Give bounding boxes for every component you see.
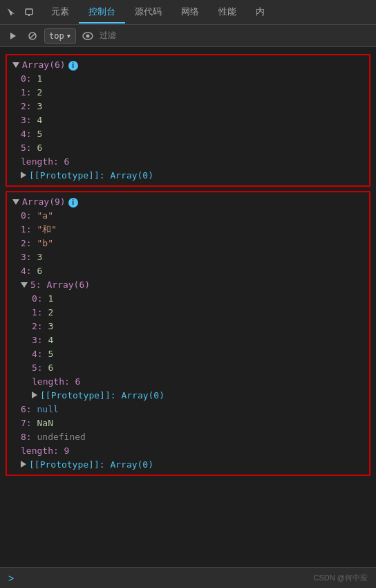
device-icon[interactable]: [24, 6, 36, 19]
array1-item-3[interactable]: 3: 4: [7, 113, 369, 127]
nested-item-5[interactable]: 5: 6: [7, 361, 369, 375]
array2-item-3[interactable]: 3: 3: [7, 250, 369, 264]
filter-label: 过滤: [100, 30, 116, 42]
nested-prototype-arrow[interactable]: [32, 392, 37, 398]
array2-label: Array(9): [22, 196, 66, 208]
svg-rect-0: [26, 9, 32, 15]
console-content: Array(6) i 0: 1 1: 2 2: 3 3: 4 4: 5 5: 6…: [0, 47, 376, 567]
info-badge-2[interactable]: i: [68, 198, 78, 208]
array1-label: Array(6): [22, 59, 66, 71]
tab-sources[interactable]: 源代码: [125, 1, 171, 24]
bottom-bar: > CSDN @何中应: [0, 567, 376, 588]
array1-item-1[interactable]: 1: 2: [7, 86, 369, 100]
array1-item-0[interactable]: 0: 1: [7, 72, 369, 86]
tab-more[interactable]: 内: [246, 1, 274, 24]
tab-elements[interactable]: 元素: [41, 1, 79, 24]
collapse-icon-2[interactable]: [12, 199, 19, 205]
array2-item-7[interactable]: 7: NaN: [7, 416, 369, 430]
console-prompt[interactable]: >: [8, 573, 14, 584]
array2-item-2[interactable]: 2: "b": [7, 237, 369, 250]
nested-prototype[interactable]: [[Prototype]]: Array(0): [7, 389, 369, 403]
array1-item-4[interactable]: 4: 5: [7, 127, 369, 141]
nested-item-2[interactable]: 2: 3: [7, 320, 369, 333]
context-label: top: [49, 31, 64, 41]
cursor-icon[interactable]: [6, 6, 18, 19]
array2-item-8[interactable]: 8: undefined: [7, 430, 369, 444]
eye-button[interactable]: [80, 28, 95, 44]
top-nav: 元素 控制台 源代码 网络 性能 内: [0, 0, 376, 25]
array2-item-0[interactable]: 0: "a": [7, 209, 369, 223]
info-badge-1[interactable]: i: [68, 61, 78, 71]
nested-item-1[interactable]: 1: 2: [7, 306, 369, 320]
tab-network[interactable]: 网络: [171, 1, 209, 24]
array2-length[interactable]: length: 9: [7, 444, 369, 458]
block-button[interactable]: [25, 28, 40, 44]
array2-block: Array(9) i 0: "a" 1: "和" 2: "b" 3: 3 4: …: [6, 191, 370, 476]
tab-console[interactable]: 控制台: [79, 1, 125, 24]
array2-prototype[interactable]: [[Prototype]]: Array(0): [7, 458, 369, 472]
console-toolbar: top ▾ 过滤: [0, 25, 376, 47]
array2-nested-header[interactable]: 5: Array(6): [7, 278, 369, 292]
nested-item-3[interactable]: 3: 4: [7, 333, 369, 347]
collapse-icon-nested[interactable]: [21, 282, 28, 288]
svg-point-6: [86, 34, 89, 37]
array1-length[interactable]: length: 6: [7, 155, 369, 169]
svg-line-4: [30, 33, 35, 39]
tab-performance[interactable]: 性能: [209, 1, 246, 24]
array2-header[interactable]: Array(9) i: [7, 195, 369, 209]
array2-item-1[interactable]: 1: "和": [7, 223, 369, 237]
prototype-arrow-1[interactable]: [21, 172, 26, 178]
array1-header[interactable]: Array(6) i: [7, 58, 369, 72]
run-button[interactable]: [6, 28, 21, 44]
prototype-arrow-2[interactable]: [21, 461, 26, 468]
svg-marker-2: [10, 33, 16, 39]
array1-item-2[interactable]: 2: 3: [7, 100, 369, 113]
array2-item-6[interactable]: 6: null: [7, 403, 369, 416]
array1-block: Array(6) i 0: 1 1: 2 2: 3 3: 4 4: 5 5: 6…: [6, 54, 370, 187]
array1-item-5[interactable]: 5: 6: [7, 141, 369, 155]
dropdown-arrow-icon: ▾: [66, 31, 71, 41]
context-dropdown[interactable]: top ▾: [44, 28, 76, 44]
array1-prototype[interactable]: [[Prototype]]: Array(0): [7, 169, 369, 183]
watermark: CSDN @何中应: [314, 573, 368, 583]
nested-item-4[interactable]: 4: 5: [7, 347, 369, 361]
svg-rect-1: [28, 15, 30, 16]
nested-item-0[interactable]: 0: 1: [7, 292, 369, 306]
collapse-icon-1[interactable]: [12, 62, 19, 68]
nested-length[interactable]: length: 6: [7, 375, 369, 389]
array2-item-4[interactable]: 4: 6: [7, 264, 369, 278]
